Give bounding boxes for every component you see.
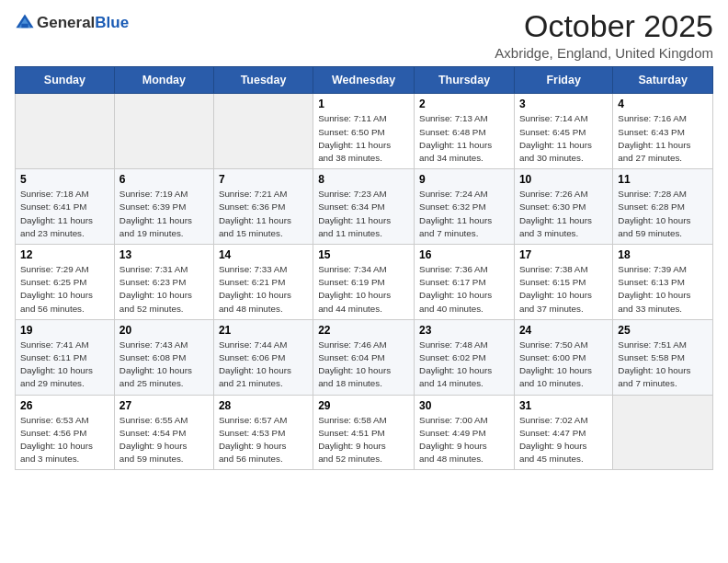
- day-info: Sunrise: 6:53 AM Sunset: 4:56 PM Dayligh…: [20, 414, 109, 466]
- calendar-cell: 27Sunrise: 6:55 AM Sunset: 4:54 PM Dayli…: [114, 395, 213, 470]
- calendar-week-5: 26Sunrise: 6:53 AM Sunset: 4:56 PM Dayli…: [16, 395, 713, 470]
- calendar-cell: 26Sunrise: 6:53 AM Sunset: 4:56 PM Dayli…: [16, 395, 115, 470]
- day-info: Sunrise: 7:14 AM Sunset: 6:45 PM Dayligh…: [519, 112, 608, 165]
- day-info: Sunrise: 7:21 AM Sunset: 6:36 PM Dayligh…: [219, 188, 308, 240]
- day-info: Sunrise: 7:51 AM Sunset: 5:58 PM Dayligh…: [618, 339, 708, 391]
- day-info: Sunrise: 7:23 AM Sunset: 6:34 PM Dayligh…: [318, 188, 409, 240]
- calendar-cell: 16Sunrise: 7:36 AM Sunset: 6:17 PM Dayli…: [415, 245, 515, 320]
- day-number: 31: [519, 399, 608, 412]
- day-number: 20: [119, 324, 209, 337]
- calendar-cell: 12Sunrise: 7:29 AM Sunset: 6:25 PM Dayli…: [16, 245, 115, 320]
- calendar-cell: 18Sunrise: 7:39 AM Sunset: 6:13 PM Dayli…: [613, 245, 713, 320]
- day-number: 6: [119, 173, 209, 186]
- calendar-cell: 24Sunrise: 7:50 AM Sunset: 6:00 PM Dayli…: [514, 319, 612, 395]
- day-info: Sunrise: 7:29 AM Sunset: 6:25 PM Dayligh…: [20, 263, 109, 316]
- logo-area: GeneralBlue: [15, 9, 129, 33]
- day-number: 21: [219, 324, 308, 337]
- title-area: October 2025 Axbridge, England, United K…: [495, 9, 713, 61]
- calendar-cell: 8Sunrise: 7:23 AM Sunset: 6:34 PM Daylig…: [313, 169, 415, 245]
- day-info: Sunrise: 7:44 AM Sunset: 6:06 PM Dayligh…: [219, 339, 308, 391]
- svg-rect-2: [21, 24, 28, 28]
- calendar-cell: 13Sunrise: 7:31 AM Sunset: 6:23 PM Dayli…: [114, 245, 213, 320]
- day-info: Sunrise: 7:16 AM Sunset: 6:43 PM Dayligh…: [618, 112, 708, 165]
- calendar-cell: 2Sunrise: 7:13 AM Sunset: 6:48 PM Daylig…: [415, 94, 515, 169]
- weekday-header-sunday: Sunday: [16, 67, 115, 94]
- day-info: Sunrise: 7:46 AM Sunset: 6:04 PM Dayligh…: [318, 339, 409, 391]
- day-number: 26: [20, 399, 109, 412]
- calendar-cell: 9Sunrise: 7:24 AM Sunset: 6:32 PM Daylig…: [415, 169, 515, 245]
- day-info: Sunrise: 7:11 AM Sunset: 6:50 PM Dayligh…: [318, 112, 409, 165]
- day-number: 23: [419, 324, 509, 337]
- weekday-header-wednesday: Wednesday: [313, 67, 415, 94]
- day-number: 2: [419, 98, 509, 110]
- day-info: Sunrise: 7:13 AM Sunset: 6:48 PM Dayligh…: [419, 112, 509, 165]
- day-info: Sunrise: 6:58 AM Sunset: 4:51 PM Dayligh…: [318, 414, 409, 466]
- calendar-cell: 29Sunrise: 6:58 AM Sunset: 4:51 PM Dayli…: [313, 395, 415, 470]
- day-info: Sunrise: 7:19 AM Sunset: 6:39 PM Dayligh…: [119, 188, 209, 240]
- day-number: 18: [618, 248, 708, 261]
- weekday-row: SundayMondayTuesdayWednesdayThursdayFrid…: [16, 67, 713, 94]
- day-number: 29: [318, 399, 409, 412]
- calendar-week-4: 19Sunrise: 7:41 AM Sunset: 6:11 PM Dayli…: [16, 319, 713, 395]
- logo-icon: [15, 13, 35, 33]
- day-number: 27: [119, 399, 209, 412]
- day-number: 7: [219, 173, 308, 186]
- calendar-cell: [16, 94, 115, 169]
- day-info: Sunrise: 7:00 AM Sunset: 4:49 PM Dayligh…: [419, 414, 509, 466]
- day-number: 1: [318, 98, 409, 110]
- calendar-cell: 3Sunrise: 7:14 AM Sunset: 6:45 PM Daylig…: [514, 94, 612, 169]
- header: GeneralBlue October 2025 Axbridge, Engla…: [15, 9, 713, 61]
- day-number: 13: [119, 248, 209, 261]
- day-number: 9: [419, 173, 509, 186]
- day-info: Sunrise: 7:02 AM Sunset: 4:47 PM Dayligh…: [519, 414, 608, 466]
- calendar-cell: 28Sunrise: 6:57 AM Sunset: 4:53 PM Dayli…: [213, 395, 313, 470]
- calendar-cell: 4Sunrise: 7:16 AM Sunset: 6:43 PM Daylig…: [613, 94, 713, 169]
- day-info: Sunrise: 7:41 AM Sunset: 6:11 PM Dayligh…: [20, 339, 109, 391]
- day-number: 24: [519, 324, 608, 337]
- calendar-cell: 31Sunrise: 7:02 AM Sunset: 4:47 PM Dayli…: [514, 395, 612, 470]
- calendar-cell: 11Sunrise: 7:28 AM Sunset: 6:28 PM Dayli…: [613, 169, 713, 245]
- weekday-header-thursday: Thursday: [415, 67, 515, 94]
- calendar-cell: 10Sunrise: 7:26 AM Sunset: 6:30 PM Dayli…: [514, 169, 612, 245]
- day-info: Sunrise: 7:18 AM Sunset: 6:41 PM Dayligh…: [20, 188, 109, 240]
- weekday-header-saturday: Saturday: [613, 67, 713, 94]
- day-number: 17: [519, 248, 608, 261]
- day-number: 12: [20, 248, 109, 261]
- subtitle: Axbridge, England, United Kingdom: [495, 45, 713, 61]
- calendar-cell: 30Sunrise: 7:00 AM Sunset: 4:49 PM Dayli…: [415, 395, 515, 470]
- calendar-cell: 25Sunrise: 7:51 AM Sunset: 5:58 PM Dayli…: [613, 319, 713, 395]
- calendar-week-2: 5Sunrise: 7:18 AM Sunset: 6:41 PM Daylig…: [16, 169, 713, 245]
- day-number: 14: [219, 248, 308, 261]
- weekday-header-monday: Monday: [114, 67, 213, 94]
- day-number: 30: [419, 399, 509, 412]
- logo-text: GeneralBlue: [37, 15, 129, 32]
- day-number: 8: [318, 173, 409, 186]
- logo-general-text: General: [37, 14, 95, 31]
- calendar-cell: 17Sunrise: 7:38 AM Sunset: 6:15 PM Dayli…: [514, 245, 612, 320]
- weekday-header-tuesday: Tuesday: [213, 67, 313, 94]
- day-info: Sunrise: 7:48 AM Sunset: 6:02 PM Dayligh…: [419, 339, 509, 391]
- day-number: 10: [519, 173, 608, 186]
- day-number: 4: [618, 98, 708, 110]
- calendar-cell: 22Sunrise: 7:46 AM Sunset: 6:04 PM Dayli…: [313, 319, 415, 395]
- calendar-cell: [114, 94, 213, 169]
- day-number: 28: [219, 399, 308, 412]
- day-info: Sunrise: 7:36 AM Sunset: 6:17 PM Dayligh…: [419, 263, 509, 316]
- calendar-cell: 5Sunrise: 7:18 AM Sunset: 6:41 PM Daylig…: [16, 169, 115, 245]
- day-info: Sunrise: 7:43 AM Sunset: 6:08 PM Dayligh…: [119, 339, 209, 391]
- main-title: October 2025: [495, 9, 713, 43]
- weekday-header-friday: Friday: [514, 67, 612, 94]
- calendar-cell: 21Sunrise: 7:44 AM Sunset: 6:06 PM Dayli…: [213, 319, 313, 395]
- day-info: Sunrise: 6:57 AM Sunset: 4:53 PM Dayligh…: [219, 414, 308, 466]
- calendar-cell: 15Sunrise: 7:34 AM Sunset: 6:19 PM Dayli…: [313, 245, 415, 320]
- day-number: 16: [419, 248, 509, 261]
- calendar-cell: 14Sunrise: 7:33 AM Sunset: 6:21 PM Dayli…: [213, 245, 313, 320]
- day-info: Sunrise: 7:50 AM Sunset: 6:00 PM Dayligh…: [519, 339, 608, 391]
- day-number: 15: [318, 248, 409, 261]
- day-info: Sunrise: 7:24 AM Sunset: 6:32 PM Dayligh…: [419, 188, 509, 240]
- day-number: 19: [20, 324, 109, 337]
- day-info: Sunrise: 7:28 AM Sunset: 6:28 PM Dayligh…: [618, 188, 708, 240]
- calendar-cell: 23Sunrise: 7:48 AM Sunset: 6:02 PM Dayli…: [415, 319, 515, 395]
- calendar-body: 1Sunrise: 7:11 AM Sunset: 6:50 PM Daylig…: [16, 94, 713, 470]
- day-info: Sunrise: 7:33 AM Sunset: 6:21 PM Dayligh…: [219, 263, 308, 316]
